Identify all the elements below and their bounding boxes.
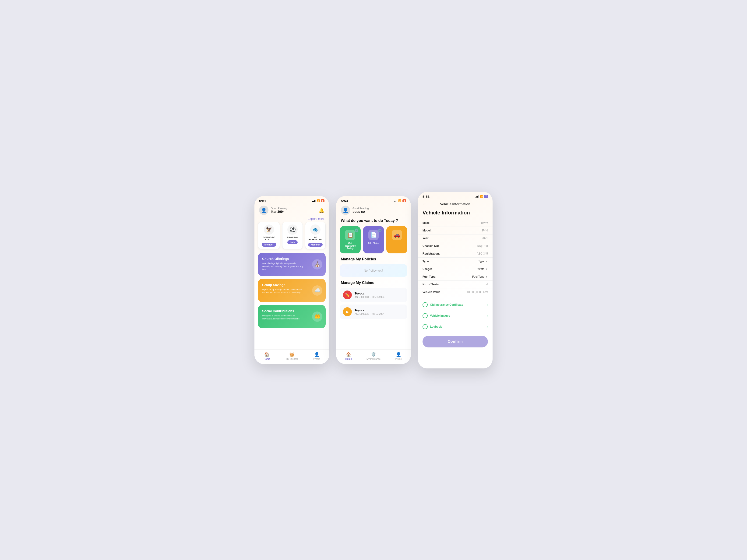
doc-left-3: Logbook bbox=[422, 324, 442, 329]
insurance-nav-icon-2: 🛡️ bbox=[371, 352, 376, 357]
nav-home-1[interactable]: 🏠 Home bbox=[254, 352, 279, 360]
social-title: Social Contributions bbox=[262, 309, 321, 313]
header-1: 👤 Good Evening Ikan3094 🔔 bbox=[254, 204, 329, 217]
claim-row-toyota2[interactable]: ▶ Toyota ASGC000030 · 03-03-2024 → bbox=[340, 304, 407, 319]
what-todo-heading: What do you want to do Today ? bbox=[336, 217, 411, 226]
status-icons-2: 📶 8 bbox=[394, 199, 406, 202]
member-button-barracuda[interactable]: Member bbox=[308, 243, 323, 247]
bottom-nav-2: 🏠 Home 🛡️ My Insurance 👤 Profile bbox=[336, 349, 411, 364]
join-button-asko[interactable]: Join bbox=[287, 240, 298, 244]
corner-icon-claim: ⚙️ bbox=[378, 229, 382, 232]
claim-label: File Claim bbox=[368, 242, 379, 244]
status-bar-2: 5:53 📶 8 bbox=[336, 196, 411, 204]
field-type[interactable]: Type: Type ▼ bbox=[418, 258, 493, 265]
action-add-vehicle[interactable]: 🚗 bbox=[386, 226, 407, 254]
wifi-icon-2: 📶 bbox=[398, 199, 402, 202]
doc-circle-2 bbox=[422, 313, 428, 318]
wifi-icon-1: 📶 bbox=[316, 199, 320, 202]
club-card-asko: ⚽ ASKO Kara Join bbox=[282, 222, 303, 249]
user-info-1: Good Evening Ikan3094 bbox=[271, 207, 287, 213]
notification-icon-1[interactable]: 🔔 bbox=[319, 208, 325, 213]
label-value: Vehicle Value bbox=[422, 291, 440, 294]
back-header: ← Vehicle Information bbox=[418, 200, 493, 208]
home-icon-2: 🏠 bbox=[346, 352, 351, 357]
claim-icon: 📄 bbox=[368, 230, 379, 240]
value-seats: 4 bbox=[486, 283, 488, 286]
nav-home-2[interactable]: 🏠 Home bbox=[336, 352, 361, 360]
documents-section: Old Insurance Certificate › Vehicle Imag… bbox=[418, 296, 493, 332]
vehicle-icon: 🚗 bbox=[392, 230, 402, 240]
action-cards: ⚙️ 📋 Get Insurance Policy ⚙️ 📄 File Clai… bbox=[336, 226, 411, 257]
home-icon-1: 🏠 bbox=[264, 352, 269, 357]
social-icon: 🤲 bbox=[312, 312, 323, 322]
social-desc: Designed to enable connections for indiv… bbox=[262, 314, 304, 320]
value-registration: ABC 345 bbox=[477, 252, 488, 255]
club-name-gomido: GOMIDO DE KPAL... bbox=[260, 236, 277, 241]
avatar-wrap-1: 👤 Good Evening Ikan3094 bbox=[259, 206, 287, 215]
action-get-insurance[interactable]: ⚙️ 📋 Get Insurance Policy bbox=[340, 226, 361, 254]
claim-id-2: ASGC000030 bbox=[355, 313, 369, 315]
value-model: F-44 bbox=[482, 229, 488, 232]
profile-icon-1: 👤 bbox=[314, 352, 319, 357]
profile-icon-2: 👤 bbox=[396, 352, 401, 357]
claim-row-toyota1[interactable]: ✏️ Toyota ASGC000031 · 03-03-2024 → bbox=[340, 288, 407, 302]
member-button-gomido[interactable]: Member bbox=[262, 243, 276, 247]
status-bar-1: 5:51 📶 8 bbox=[254, 196, 329, 204]
back-button[interactable]: ← bbox=[422, 202, 427, 207]
label-type: Type: bbox=[422, 260, 430, 263]
club-logo-asko: ⚽ bbox=[287, 224, 298, 235]
feature-card-social[interactable]: Social Contributions Designed to enable … bbox=[258, 305, 326, 328]
nav-profile-1[interactable]: 👤 Profile bbox=[304, 352, 329, 360]
feature-card-church[interactable]: Church Offerings Give offerings digitall… bbox=[258, 253, 326, 276]
chevron-fuel: ▼ bbox=[485, 275, 488, 278]
nav-insurance-2[interactable]: 🛡️ My Insurance bbox=[361, 352, 386, 360]
doc-circle-3 bbox=[422, 324, 428, 329]
profile-label-1: Profile bbox=[313, 358, 320, 360]
signal-icon-1 bbox=[312, 200, 316, 202]
field-fuel[interactable]: Fuel Type: Fuel Type ▼ bbox=[418, 273, 493, 281]
vehicle-info-title: Vehicle Information bbox=[418, 208, 493, 219]
signal-icon-2 bbox=[394, 200, 397, 202]
phone-1: 5:51 📶 8 👤 Good Evening Ikan3094 🔔 Explo… bbox=[254, 196, 329, 364]
phone-3: 5:53 📶 7 ← Vehicle Information Vehicle I… bbox=[418, 192, 493, 368]
field-model: Model: F-44 bbox=[418, 227, 493, 235]
doc-label-3: Logbook bbox=[430, 325, 442, 328]
value-type: Type ▼ bbox=[478, 260, 488, 263]
status-icons-1: 📶 8 bbox=[312, 199, 325, 202]
club-card-barracuda: 🐟 AC BARRACUDA Member bbox=[305, 222, 326, 249]
header-2: 👤 Good Evening boss co bbox=[336, 204, 411, 217]
church-desc: Give offerings digitally, transparently,… bbox=[262, 262, 304, 271]
label-seats: No. of Seats: bbox=[422, 283, 440, 286]
doc-circle-1 bbox=[422, 302, 428, 307]
claim-info-1: Toyota ASGC000031 · 03-03-2024 bbox=[355, 292, 398, 298]
home-label-1: Home bbox=[263, 358, 270, 360]
user-info-2: Good Evening boss co bbox=[353, 207, 369, 213]
status-bar-3: 5:53 📶 7 bbox=[418, 192, 493, 200]
bottom-nav-1: 🏠 Home 🧺 My Baskets 👤 Profile bbox=[254, 349, 329, 364]
no-policy-text: No Policy yet? bbox=[340, 264, 407, 277]
claim-name-2: Toyota bbox=[355, 309, 398, 312]
club-card-gomido: 🦅 GOMIDO DE KPAL... Member bbox=[258, 222, 280, 249]
nav-baskets-1[interactable]: 🧺 My Baskets bbox=[279, 352, 304, 360]
status-time-1: 5:51 bbox=[259, 199, 266, 203]
club-logo-barracuda: 🐟 bbox=[310, 224, 320, 235]
doc-logbook[interactable]: Logbook › bbox=[422, 321, 488, 332]
avatar-wrap-2: 👤 Good Evening boss co bbox=[341, 206, 369, 215]
label-chassin: Chassin No: bbox=[422, 244, 439, 247]
claim-arrow-1: → bbox=[401, 293, 404, 297]
savings-desc: Digital Group Savings enable Communities… bbox=[262, 288, 304, 294]
confirm-button[interactable]: Confirm bbox=[422, 336, 488, 347]
claim-id-1: ASGC000031 bbox=[355, 296, 369, 298]
baskets-icon-1: 🧺 bbox=[289, 352, 294, 357]
field-usage[interactable]: Usage: Private ▼ bbox=[418, 265, 493, 273]
doc-vehicle-images[interactable]: Vehicle Images › bbox=[422, 310, 488, 321]
feature-card-savings[interactable]: Group Savings Digital Group Savings enab… bbox=[258, 279, 326, 302]
doc-old-insurance[interactable]: Old Insurance Certificate › bbox=[422, 299, 488, 310]
claim-meta-1: ASGC000031 · 03-03-2024 bbox=[355, 296, 398, 298]
chevron-usage: ▼ bbox=[485, 268, 488, 270]
nav-profile-2[interactable]: 👤 Profile bbox=[386, 352, 411, 360]
action-file-claim[interactable]: ⚙️ 📄 File Claim bbox=[363, 226, 384, 254]
username-2: boss co bbox=[353, 210, 369, 213]
label-registration: Registration: bbox=[422, 252, 440, 255]
explore-more-link[interactable]: Explore more bbox=[254, 217, 329, 222]
